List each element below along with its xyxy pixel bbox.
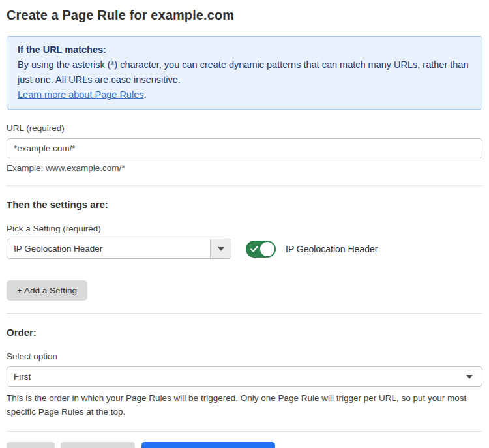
url-field-label: URL (required) — [7, 123, 482, 133]
order-select-label: Select option — [7, 351, 482, 361]
order-select[interactable]: First — [7, 366, 482, 387]
chevron-down-icon — [218, 247, 224, 251]
url-input[interactable] — [7, 138, 482, 158]
divider — [7, 431, 482, 432]
settings-section-heading: Then the settings are: — [7, 199, 482, 210]
setting-dropdown-arrow-button[interactable] — [210, 239, 231, 258]
chevron-down-icon — [466, 375, 473, 379]
setting-dropdown-value: IP Geolocation Header — [7, 239, 210, 258]
order-section-heading: Order: — [7, 327, 482, 338]
create-page-rule-panel: Create a Page Rule for example.com If th… — [0, 0, 489, 448]
learn-more-link[interactable]: Learn more about Page Rules — [18, 89, 143, 100]
actions-row: Cancel Save as Draft Save and Deploy Pag… — [7, 442, 482, 448]
save-deploy-button[interactable]: Save and Deploy Page Rule — [141, 442, 276, 448]
check-icon — [250, 245, 258, 253]
cancel-button[interactable]: Cancel — [7, 442, 55, 448]
order-select-value: First — [14, 372, 466, 381]
ip-geolocation-toggle[interactable] — [246, 241, 276, 258]
toggle-knob — [260, 242, 274, 256]
setting-dropdown[interactable]: IP Geolocation Header — [7, 239, 231, 259]
page-title: Create a Page Rule for example.com — [7, 8, 482, 23]
divider — [7, 185, 482, 186]
url-example-helper: Example: www.example.com/* — [7, 163, 482, 173]
link-suffix: . — [143, 89, 146, 100]
url-match-info-box: If the URL matches: By using the asteris… — [7, 36, 482, 110]
info-box-body: By using the asterisk (*) character, you… — [18, 57, 471, 87]
info-box-heading: If the URL matches: — [18, 42, 471, 57]
order-help-text: This is the order in which your Page Rul… — [7, 391, 482, 419]
pick-setting-label: Pick a Setting (required) — [7, 224, 482, 233]
toggle-label: IP Geolocation Header — [286, 244, 378, 254]
add-setting-button[interactable]: + Add a Setting — [7, 280, 87, 301]
save-draft-button[interactable]: Save as Draft — [61, 442, 135, 448]
setting-row: IP Geolocation Header IP Geolocation Hea… — [7, 239, 482, 259]
divider — [7, 313, 482, 314]
info-box-link-line: Learn more about Page Rules. — [18, 87, 471, 102]
